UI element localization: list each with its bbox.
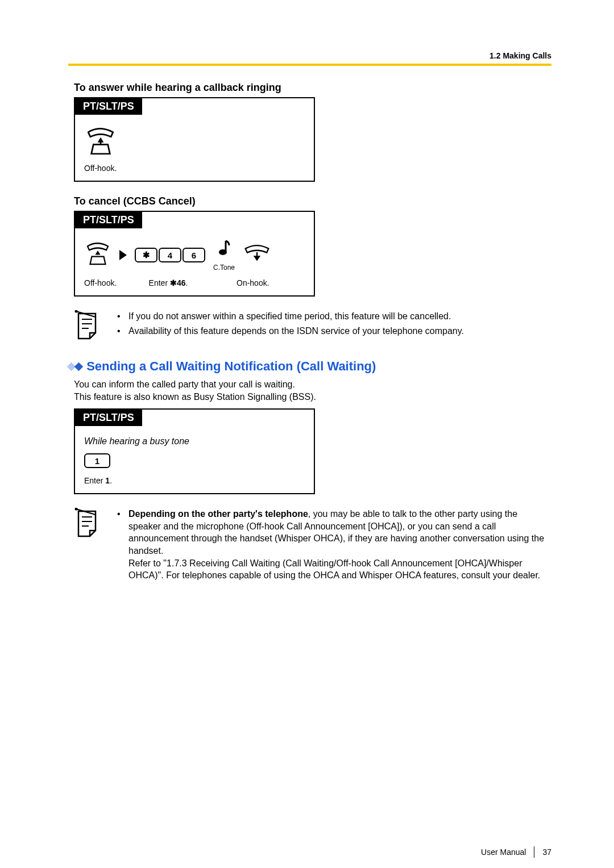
header-section-label: 1.2 Making Calls [68,51,551,60]
svg-point-2 [219,249,227,255]
svg-marker-1 [96,251,101,255]
note-icon [74,332,100,341]
svg-point-8 [75,310,78,313]
note-icon [74,529,100,539]
section-heading-call-waiting: Sending a Call Waiting Notification (Cal… [68,359,551,374]
step-label-onhook: On-hook. [237,278,282,287]
step-label-enter1: Enter 1. [84,476,305,485]
subsection-title-cancel-ccbs: To cancel (CCBS Cancel) [68,195,551,207]
procedure-box-call-waiting: PT/SLT/PS While hearing a busy tone 1 En… [74,408,315,494]
key-1: 1 [84,453,110,468]
svg-marker-0 [98,137,104,143]
footer-separator [534,846,534,858]
footer-doc-title: User Manual [481,848,526,857]
context-label: While hearing a busy tone [84,436,305,446]
step-label-offhook: Off-hook. [84,278,118,287]
procedure-box-label: PT/SLT/PS [75,98,142,115]
diamond-icon [74,362,84,372]
note-bullet: Depending on the other party's telephone… [115,508,551,582]
arrow-icon [119,250,127,260]
key-6: 6 [182,248,205,262]
step-label-enter: Enter ✱46. [134,278,202,287]
svg-point-12 [75,508,78,511]
note-block-call-waiting: Depending on the other party's telephone… [74,508,551,584]
procedure-box-label: PT/SLT/PS [75,212,142,228]
key-star: ✱ [135,248,157,262]
body-paragraph: You can inform the called party that you… [74,378,551,403]
note-bullet: Availability of this feature depends on … [115,325,464,337]
key-sequence: ✱ 4 6 [135,248,205,262]
ctone-label: C.Tone [213,264,235,272]
header-rule [68,64,551,66]
procedure-box-answer: PT/SLT/PS Off-hook. [74,97,315,182]
subsection-title-answer-ccbs: To answer while hearing a callback ringi… [68,82,551,94]
key-4: 4 [159,248,181,262]
step-label-offhook: Off-hook. [84,164,117,173]
note-bullet: If you do not answer within a specified … [115,310,464,323]
procedure-box-cancel: PT/SLT/PS ✱ 4 [74,211,315,297]
tone-icon [217,239,231,260]
footer-page-number: 37 [542,848,551,857]
offhook-icon [84,240,111,270]
note-block-ccbs: If you do not answer within a specified … [74,310,551,342]
offhook-icon [84,125,117,160]
onhook-icon [243,243,271,268]
page-footer: User Manual 37 [481,846,551,858]
procedure-box-label: PT/SLT/PS [75,410,142,426]
